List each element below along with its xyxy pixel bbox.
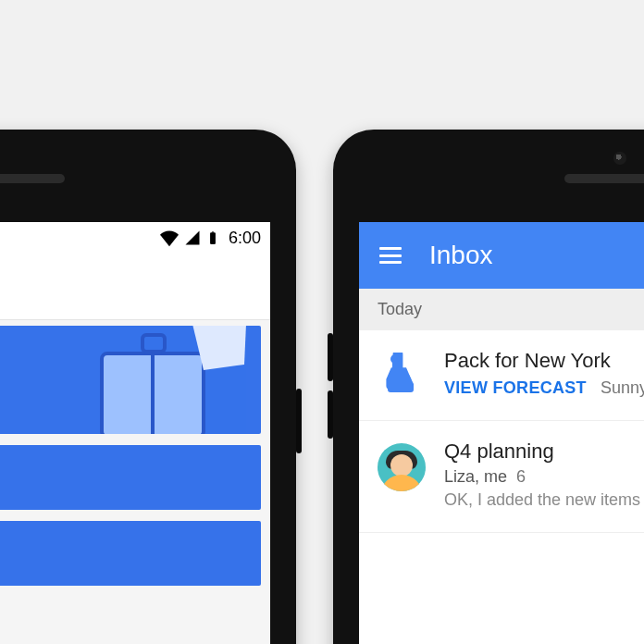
volume-up-button — [328, 333, 333, 381]
reminders-list: for New York ORECAST Sunny, 35°F p meeti… — [0, 320, 270, 644]
phone-frame-right: Inbox Today Pack for New York VIEW FOREC… — [333, 130, 644, 644]
cellular-icon — [184, 229, 201, 246]
power-button — [296, 389, 302, 453]
phone-frame-left: 6:00 inders for New York ORECAST Sunny, … — [0, 130, 296, 644]
svg-rect-3 — [142, 335, 165, 352]
app-bar-title: Inbox — [429, 241, 493, 270]
reminder-card[interactable]: p meeting — [0, 445, 261, 510]
inbox-item-thread[interactable]: Q4 planning Liza, me 6 OK, I added the n… — [359, 421, 644, 533]
reminder-card[interactable]: nit expenses — [0, 521, 261, 586]
reminder-title: Pack for New York — [444, 349, 644, 373]
reminder-title: nit expenses — [0, 541, 244, 565]
menu-icon[interactable] — [379, 247, 402, 264]
avatar — [378, 443, 426, 491]
volume-down-button — [328, 390, 333, 439]
svg-rect-6 — [392, 358, 398, 377]
screen-left: 6:00 inders for New York ORECAST Sunny, … — [0, 222, 270, 644]
status-bar: 6:00 — [0, 222, 270, 254]
inbox-item-reminder[interactable]: Pack for New York VIEW FORECAST Sunny, 3… — [359, 330, 644, 421]
front-camera — [613, 152, 626, 165]
appbar-title-fragment: inders — [0, 254, 270, 320]
thread-snippet: OK, I added the new items — [444, 490, 644, 510]
suitcase-illustration — [83, 326, 250, 434]
battery-icon — [206, 229, 219, 247]
reminder-title: p meeting — [0, 465, 244, 489]
section-header-today: Today — [359, 289, 644, 330]
screen-right: Inbox Today Pack for New York VIEW FOREC… — [359, 222, 644, 644]
speaker-grille — [564, 174, 644, 183]
reminder-icon — [385, 353, 418, 393]
speaker-grille — [0, 174, 65, 183]
forecast-snippet: Sunny, 35 — [591, 378, 644, 397]
thread-subject: Q4 planning — [444, 440, 644, 464]
thread-message-count: 6 — [512, 467, 526, 486]
wifi-icon — [160, 229, 179, 247]
app-bar: Inbox — [359, 222, 644, 289]
status-time: 6:00 — [229, 229, 261, 248]
view-forecast-link[interactable]: VIEW FORECAST — [444, 378, 587, 397]
thread-participants: Liza, me — [444, 467, 507, 486]
reminder-card-nyc[interactable]: for New York ORECAST Sunny, 35°F — [0, 326, 261, 434]
inbox-list: Pack for New York VIEW FORECAST Sunny, 3… — [359, 330, 644, 533]
